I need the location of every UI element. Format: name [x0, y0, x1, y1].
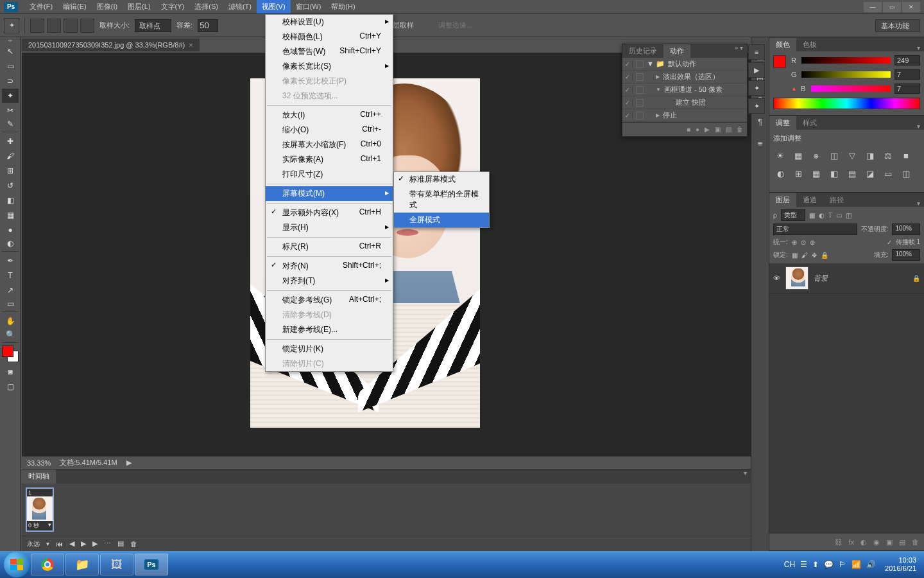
frame-delay[interactable]: 0 秒▾ — [27, 521, 53, 530]
exposure-icon[interactable]: ◫ — [828, 150, 840, 161]
animation-frame[interactable]: 1 0 秒▾ — [26, 487, 54, 532]
ime-indicator[interactable]: CH — [784, 560, 795, 569]
menu-image[interactable]: 图像(I) — [92, 0, 123, 13]
delete-icon[interactable]: 🗑 — [737, 126, 743, 133]
panel-menu-icon[interactable]: ▾ — [913, 44, 924, 51]
selection-intersect-button[interactable] — [80, 19, 94, 33]
visibility-icon[interactable]: 👁 — [773, 274, 780, 282]
history-brush-tool[interactable]: ↺ — [2, 179, 19, 193]
filter-pixels-icon[interactable]: ▦ — [809, 212, 815, 219]
r-slider[interactable] — [801, 57, 891, 64]
r-value[interactable]: 249 — [894, 55, 920, 66]
new-frame-icon[interactable]: ▤ — [117, 539, 124, 548]
lock-trans-icon[interactable]: ▦ — [792, 252, 798, 259]
tray-icon[interactable]: 💬 — [824, 560, 834, 569]
unify-style-icon[interactable]: ⊛ — [810, 239, 815, 246]
sample-size-select[interactable]: 取样点 — [135, 19, 171, 32]
submenu-item[interactable]: 全屏模式 — [394, 213, 489, 227]
menu-item[interactable]: 像素长宽比(S) — [266, 59, 393, 74]
document-tab[interactable]: 201503100927350309I352.jpg @ 33.3%(RGB/8… — [22, 39, 200, 51]
panel-menu-icon[interactable]: » ▾ — [731, 44, 747, 58]
tween-icon[interactable]: ⋯ — [104, 539, 111, 548]
lookup-icon[interactable]: ▦ — [810, 168, 822, 179]
menu-item[interactable]: 放大(I)Ctrl++ — [266, 108, 393, 123]
menu-item[interactable]: 锁定参考线(G)Alt+Ctrl+; — [266, 293, 393, 308]
menu-item[interactable]: 校样颜色(L)Ctrl+Y — [266, 30, 393, 44]
mask-icon[interactable]: ◐ — [860, 538, 867, 547]
marquee-tool[interactable]: ▭ — [2, 59, 19, 73]
selection-subtract-button[interactable] — [64, 19, 78, 33]
menu-edit[interactable]: 编辑(E) — [58, 0, 92, 13]
menu-item[interactable]: ✓对齐(N)Shift+Ctrl+; — [266, 259, 393, 274]
magic-wand-tool[interactable]: ✦ — [2, 89, 19, 103]
menu-filter[interactable]: 滤镜(T) — [223, 0, 257, 13]
eyedropper-tool[interactable]: ✎ — [2, 118, 19, 132]
tab-close-icon[interactable]: × — [189, 41, 193, 49]
filter-adjust-icon[interactable]: ◐ — [819, 212, 825, 219]
curves-icon[interactable]: ⎈ — [810, 150, 822, 161]
zoom-level[interactable]: 33.33% — [27, 459, 51, 467]
tray-icon[interactable]: 🏳 — [839, 560, 846, 569]
tray-icon[interactable]: ☰ — [800, 560, 807, 569]
new-set-icon[interactable]: ▣ — [715, 126, 721, 133]
zoom-tool[interactable]: 🔍 — [2, 329, 19, 343]
first-frame-icon[interactable]: ⏮ — [56, 540, 63, 548]
unify-pos-icon[interactable]: ⊕ — [792, 239, 797, 246]
menu-item[interactable]: 校样设置(U) — [266, 15, 393, 30]
tab-timeline[interactable]: 时间轴 — [22, 469, 56, 484]
fx-icon[interactable]: fx — [848, 538, 854, 546]
play-icon[interactable]: ▶ — [81, 539, 86, 548]
vibrance-icon[interactable]: ▽ — [846, 150, 858, 161]
panel-menu-icon[interactable]: ▾ — [913, 200, 924, 207]
layer-row[interactable]: 👁 背景 🔒 — [769, 263, 924, 293]
action-row[interactable]: ✓▼ 📁默认动作 — [622, 58, 747, 71]
tab-history[interactable]: 历史记录 — [622, 44, 663, 58]
posterize-icon[interactable]: ▤ — [846, 168, 858, 179]
current-tool-icon[interactable]: ✦ — [4, 18, 19, 33]
side-btn-2[interactable]: ▶ — [748, 62, 765, 78]
unify-vis-icon[interactable]: ⊙ — [801, 239, 806, 246]
side-btn-4[interactable]: ✦ — [748, 98, 765, 114]
loop-selector[interactable]: 永远 — [27, 539, 40, 548]
filter-shape-icon[interactable]: ▭ — [836, 212, 842, 219]
next-frame-icon[interactable]: ▶ — [92, 539, 98, 548]
start-button[interactable] — [4, 552, 30, 577]
panel-handle[interactable]: ◂▸ — [0, 37, 20, 44]
g-slider[interactable] — [801, 71, 891, 78]
minimize-button[interactable]: — — [864, 2, 882, 12]
status-arrow[interactable]: ▶ — [126, 459, 132, 467]
menu-layer[interactable]: 图层(L) — [123, 0, 155, 13]
move-tool[interactable]: ↖ — [2, 44, 19, 58]
invert-icon[interactable]: ◧ — [828, 168, 840, 179]
tab-color[interactable]: 颜色 — [769, 38, 796, 51]
volume-icon[interactable]: 🔊 — [866, 560, 876, 569]
task-photoshop[interactable]: Ps — [135, 554, 168, 575]
new-layer-icon[interactable]: ▤ — [899, 538, 905, 547]
strip-icon-5[interactable]: ≡ — [755, 137, 766, 149]
play-icon[interactable]: ▶ — [705, 126, 710, 133]
color-swatches[interactable] — [2, 346, 19, 362]
lasso-tool[interactable]: ⊃ — [2, 74, 19, 88]
lock-all-icon[interactable]: 🔒 — [821, 252, 828, 259]
task-explorer[interactable]: 📁 — [65, 554, 99, 575]
channel-mixer-icon[interactable]: ⊞ — [792, 168, 804, 179]
kind-filter[interactable]: 类型 — [781, 209, 805, 221]
menu-item[interactable]: 标尺(R)Ctrl+R — [266, 240, 393, 254]
fill-layer-icon[interactable]: ◉ — [873, 538, 880, 547]
path-tool[interactable]: ↗ — [2, 283, 19, 297]
tab-adjustments[interactable]: 调整 — [769, 116, 796, 130]
tray-icon[interactable]: ⬆ — [812, 560, 819, 569]
menu-item[interactable]: ✓显示额外内容(X)Ctrl+H — [266, 206, 393, 220]
layer-thumbnail[interactable] — [785, 267, 809, 290]
tab-channels[interactable]: 通道 — [796, 193, 823, 207]
panel-menu-icon[interactable]: ▾ — [740, 469, 751, 484]
group-icon[interactable]: ▣ — [886, 538, 893, 547]
pen-tool[interactable]: ✒ — [2, 254, 19, 268]
crop-tool[interactable]: ✂ — [2, 103, 19, 118]
menu-type[interactable]: 文字(Y) — [156, 0, 190, 13]
opacity-value[interactable]: 100% — [892, 223, 920, 235]
new-action-icon[interactable]: ▤ — [726, 126, 732, 133]
stamp-tool[interactable]: ⊞ — [2, 164, 19, 178]
task-app[interactable]: 🖼 — [100, 554, 133, 575]
hand-tool[interactable]: ✋ — [2, 314, 19, 328]
